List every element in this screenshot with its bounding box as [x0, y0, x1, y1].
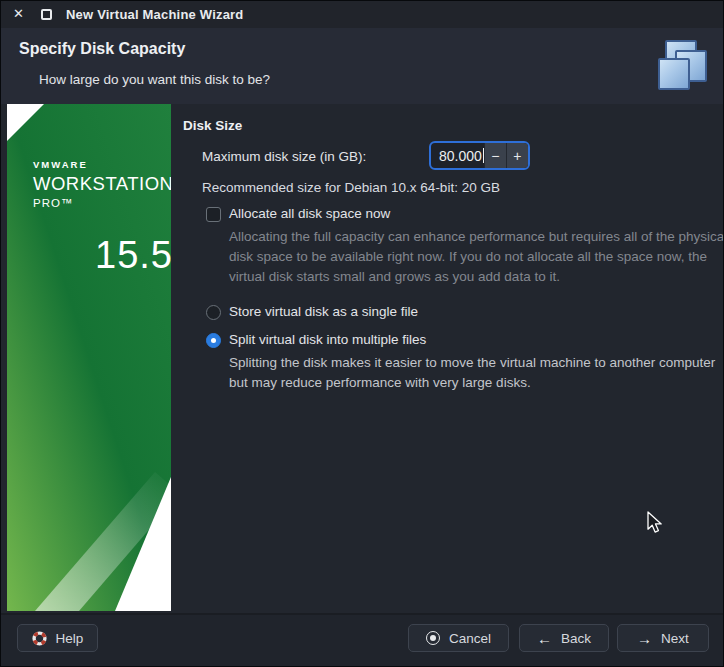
logo-square-front: [658, 58, 690, 90]
disk-size-input[interactable]: 80.000: [431, 143, 484, 168]
back-button[interactable]: ← Back: [519, 624, 609, 652]
footer-bar: Help Cancel ← Back → Next: [1, 613, 724, 667]
sidebar-branding-panel: VMWARE WORKSTATION PRO™ 15.5: [7, 104, 171, 611]
vmware-squares-icon: [657, 40, 719, 98]
brand-vmware: VMWARE: [33, 159, 171, 170]
max-disk-size-label: Maximum disk size (in GB):: [202, 149, 366, 164]
allocate-description: Allocating the full capacity can enhance…: [229, 227, 724, 287]
page-title: Specify Disk Capacity: [19, 40, 185, 58]
wizard-header: Specify Disk Capacity How large do you w…: [1, 28, 724, 104]
brand-workstation: WORKSTATION: [33, 173, 171, 195]
window-title: New Virtual Machine Wizard: [66, 7, 244, 22]
disk-size-value: 80.000: [439, 148, 482, 164]
single-file-label[interactable]: Store virtual disk as a single file: [229, 304, 418, 319]
next-arrow-icon: →: [637, 630, 652, 647]
brand-block: VMWARE WORKSTATION PRO™ 15.5: [33, 159, 171, 209]
page-subtitle: How large do you want this disk to be?: [39, 72, 270, 87]
cancel-label: Cancel: [449, 631, 491, 646]
increment-button[interactable]: +: [506, 143, 528, 168]
next-button[interactable]: → Next: [617, 624, 709, 652]
life-ring-icon: [32, 631, 47, 646]
next-label: Next: [661, 631, 689, 646]
close-icon[interactable]: ✕: [13, 6, 24, 21]
multiple-files-radio[interactable]: [206, 333, 221, 348]
recommended-size-text: Recommended size for Debian 10.x 64-bit:…: [202, 180, 500, 195]
wizard-window: ✕ New Virtual Machine Wizard Specify Dis…: [0, 0, 724, 667]
decrement-button[interactable]: −: [484, 143, 506, 168]
multiple-files-label[interactable]: Split virtual disk into multiple files: [229, 332, 426, 347]
help-label: Help: [56, 631, 84, 646]
cancel-icon: [426, 631, 440, 645]
back-arrow-icon: ←: [537, 630, 552, 647]
allocate-label[interactable]: Allocate all disk space now: [229, 206, 390, 221]
max-disk-size-spinbox[interactable]: 80.000 − +: [429, 141, 530, 170]
mouse-cursor: [647, 511, 665, 534]
disk-size-heading: Disk Size: [183, 118, 242, 133]
allocate-checkbox[interactable]: [206, 207, 221, 222]
brand-version: 15.5: [95, 234, 171, 277]
back-label: Back: [561, 631, 591, 646]
cancel-button[interactable]: Cancel: [408, 624, 509, 652]
help-button[interactable]: Help: [17, 624, 98, 652]
titlebar: ✕ New Virtual Machine Wizard: [1, 1, 724, 28]
single-file-radio[interactable]: [206, 305, 221, 320]
window-icon: [41, 9, 52, 20]
brand-pro: PRO™: [33, 197, 171, 209]
multiple-files-description: Splitting the disk makes it easier to mo…: [229, 353, 717, 393]
